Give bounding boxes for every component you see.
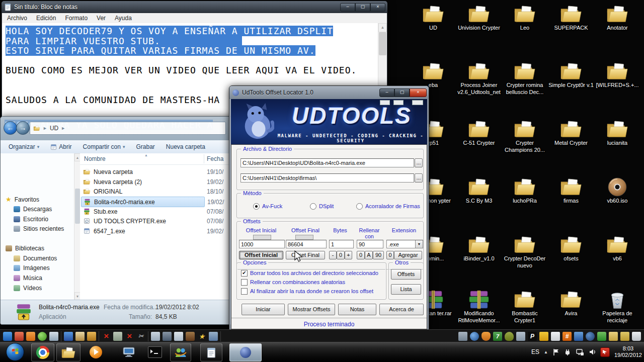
organize-button[interactable]: Organizar▾ — [9, 143, 39, 150]
radio-label-av-fuck[interactable]: Av-Fuck — [262, 203, 282, 209]
quick-launch-icon[interactable]: ✂ — [136, 332, 145, 341]
open-button[interactable]: Abrir — [50, 143, 71, 150]
scrollbar-thumb[interactable] — [75, 189, 80, 224]
sidebar-item-escritorio[interactable]: Escritorio — [14, 216, 48, 223]
quick-launch-icon[interactable] — [49, 332, 58, 341]
quick-launch-icon[interactable] — [75, 332, 85, 341]
file-row[interactable]: Bolita-n4rc0-maria.exe19/02/ — [81, 197, 205, 207]
taskbar-messenger-button[interactable] — [170, 343, 191, 361]
quick-launch-icon[interactable] — [151, 332, 160, 341]
column-header-nombre[interactable]: Nombre — [84, 155, 106, 162]
menu-formato[interactable]: Formato — [65, 15, 88, 22]
offset-final-input[interactable]: 86604 — [286, 240, 327, 248]
dir-path-input[interactable]: C:\Users\NH1\Desktop\firmas\ — [240, 173, 414, 183]
taskbar-udtools-button-active[interactable] — [229, 343, 262, 361]
taskbar-cmd-button[interactable] — [145, 343, 165, 360]
browse-dir-button[interactable]: ... — [415, 173, 423, 183]
file-row[interactable]: Stub.exe07/08/ — [81, 207, 204, 216]
desktop-icon[interactable]: Avira — [548, 290, 594, 317]
quick-launch-icon[interactable] — [516, 332, 525, 341]
taskbar-wmp-button[interactable] — [86, 343, 106, 360]
antivirus-tray-icon[interactable] — [600, 347, 610, 357]
desktop-icon[interactable]: Modificando RtlMoveMemor... — [456, 290, 502, 324]
taskbar-notepad-button[interactable] — [200, 343, 222, 361]
quick-launch-icon[interactable] — [470, 332, 479, 341]
taskbar-remote-desktop-button[interactable] — [119, 343, 139, 360]
desktop-icon[interactable]: lucianita — [595, 119, 640, 147]
quick-launch-icon[interactable]: × — [102, 332, 111, 341]
checkbox-label-abrir-ruta[interactable]: Al finalizar abrir la ruta donde se crea… — [250, 288, 373, 294]
sidebar-item-videos[interactable]: Vídeos — [14, 285, 42, 292]
quick-launch-icon[interactable] — [505, 332, 514, 341]
mostrar-offsets-button[interactable]: Mostrar Offsets — [288, 304, 335, 315]
quick-launch-icon[interactable] — [539, 332, 548, 341]
menu-edicion[interactable]: Edición — [36, 15, 56, 22]
quick-launch-icon[interactable] — [186, 332, 195, 341]
checkbox-borrar[interactable]: ✔ — [241, 270, 248, 277]
offset-inicial-button[interactable]: Offset Inicial — [239, 251, 283, 259]
offset-final-button[interactable]: Offset Final — [286, 251, 325, 259]
quick-launch-icon[interactable] — [3, 332, 12, 341]
acerca-de-button[interactable]: Acerca de — [379, 304, 424, 315]
desktop-icon[interactable]: UD — [411, 4, 456, 32]
quick-launch-icon[interactable] — [174, 332, 183, 341]
minus-button[interactable]: - — [329, 251, 337, 259]
taskbar-chrome-button[interactable] — [31, 343, 54, 361]
maximize-button[interactable]: ▢ — [394, 88, 410, 97]
desktop-icon[interactable]: Process Joiner v2.6_Udtools_net — [456, 61, 502, 96]
quick-launch-icon[interactable] — [38, 332, 47, 341]
desktop-icon[interactable]: luchoPRa — [502, 177, 547, 205]
checkbox-label-borrar[interactable]: Borrar todos los archivos del directorio… — [250, 270, 378, 276]
burn-button[interactable]: Grabar — [136, 143, 154, 150]
back-button[interactable]: ← — [4, 121, 17, 135]
quick-launch-icon[interactable] — [209, 332, 218, 341]
column-header-fecha[interactable]: Fecha — [207, 155, 223, 162]
quick-launch-icon[interactable] — [458, 332, 467, 341]
agregar-button[interactable]: Agregar — [394, 251, 422, 259]
sidebar-item-bibliotecas[interactable]: Bibliotecas — [6, 245, 44, 252]
desktop-icon[interactable]: Leo — [502, 4, 547, 32]
quick-launch-icon[interactable]: 7 — [493, 332, 502, 341]
language-indicator[interactable]: ES — [531, 348, 539, 355]
quick-launch-icon[interactable] — [163, 332, 172, 341]
desktop-icon[interactable]: Simple Crypt0r v.1 — [548, 61, 594, 89]
zero-button[interactable]: 0 — [357, 251, 365, 259]
desktop-icon[interactable]: S.C By M3 — [456, 177, 502, 205]
minimize-button[interactable]: – — [340, 3, 355, 12]
radio-acorralador[interactable] — [356, 203, 363, 210]
quick-launch-icon[interactable] — [632, 332, 641, 341]
radio-label-acorralador[interactable]: Acorralador de Firmas — [365, 203, 420, 209]
desktop-icon[interactable]: SUPERPACK — [548, 4, 594, 32]
rellenar-input[interactable]: 90 — [357, 240, 383, 248]
quick-launch-icon[interactable] — [481, 332, 491, 341]
zero-button[interactable]: 0 — [337, 251, 345, 259]
menu-archivo[interactable]: Archivo — [7, 15, 27, 22]
show-hidden-icons-button[interactable]: ▲ — [544, 350, 548, 354]
desktop-icon[interactable]: firmas — [548, 177, 594, 205]
sidebar-item-sitios-recientes[interactable]: Sitios recientes — [14, 225, 64, 232]
file-row[interactable]: Nueva carpeta (2)19/02/ — [81, 177, 204, 187]
offset-inicial-input[interactable]: 1000 — [239, 240, 285, 248]
file-row[interactable]: 6547_1.exe19/02/ — [81, 226, 204, 236]
desktop-icon[interactable]: vb6 — [595, 235, 640, 262]
desktop-icon[interactable]: Crypter DecoDer nuevo — [502, 235, 547, 269]
quick-launch-icon[interactable] — [551, 332, 560, 341]
quick-launch-icon[interactable] — [64, 332, 73, 341]
bytes-input[interactable]: 1 — [329, 240, 354, 248]
desktop-icon[interactable]: C-51 Crypter — [456, 119, 502, 147]
network-icon[interactable] — [576, 348, 584, 356]
action-center-flag-icon[interactable] — [552, 348, 559, 356]
menu-ayuda[interactable]: Ayuda — [115, 15, 132, 22]
quick-launch-icon[interactable] — [574, 332, 583, 341]
quick-launch-icon[interactable]: # — [562, 332, 572, 341]
file-path-input[interactable]: C:\Users\NH1\Desktop\UD\Bolita-n4rc0-mar… — [240, 158, 414, 167]
power-plug-icon[interactable] — [564, 348, 572, 356]
sidebar-item-documentos[interactable]: Documentos — [14, 255, 57, 262]
maximize-button[interactable]: ▢ — [355, 3, 370, 12]
plus-button[interactable]: + — [345, 251, 352, 259]
extension-dropdown[interactable]: .exe ▼ — [386, 240, 423, 248]
desktop-icon[interactable]: Crypter Champions 20... — [502, 119, 547, 154]
lista-button[interactable]: Lista — [391, 284, 421, 295]
quick-launch-icon[interactable]: P — [528, 332, 537, 341]
browse-file-button[interactable]: ... — [415, 158, 423, 167]
